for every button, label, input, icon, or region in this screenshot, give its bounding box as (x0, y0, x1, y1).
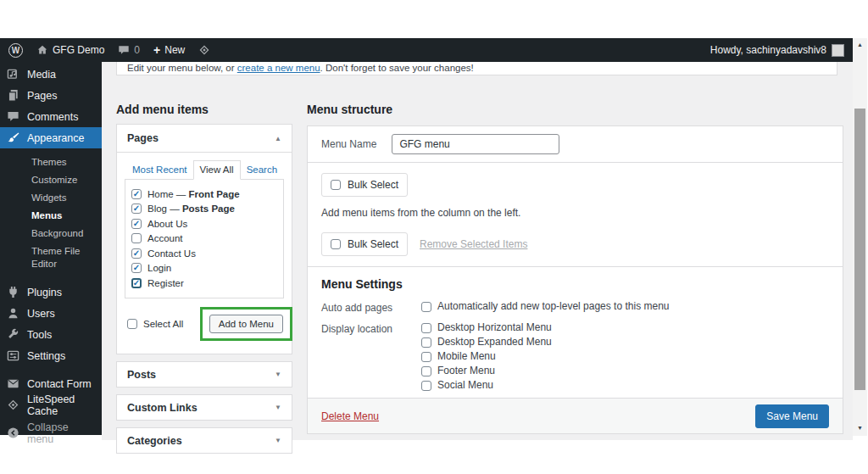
checkbox[interactable] (421, 352, 431, 362)
save-menu-button[interactable]: Save Menu (755, 404, 829, 428)
scroll-down-icon[interactable]: ▼ (853, 425, 867, 431)
checkbox[interactable]: ✓ (131, 189, 142, 199)
posts-accordion-header[interactable]: Posts ▼ (116, 361, 292, 388)
submenu-item-themes[interactable]: Themes (0, 153, 102, 171)
location-desktop-horizontal[interactable]: Desktop Horizontal Menu (421, 322, 552, 333)
sidebar-item-users[interactable]: Users (0, 303, 102, 324)
page-item-account[interactable]: Account (131, 231, 277, 247)
checkbox[interactable] (421, 381, 431, 391)
page-state: Front Page (189, 189, 240, 199)
page-item-home[interactable]: ✓ Home — Front Page (131, 187, 277, 202)
sidebar-item-plugins[interactable]: Plugins (0, 282, 102, 303)
checkbox[interactable]: ✓ (131, 248, 142, 259)
wordpress-menu-button[interactable]: W (8, 43, 23, 58)
categories-accordion-header[interactable]: Categories ▼ (116, 427, 292, 454)
check-icon: ✓ (133, 249, 140, 258)
sidebar-item-comments[interactable]: Comments (0, 106, 102, 127)
litespeed-diamond-icon (198, 44, 210, 56)
collapse-arrow-icon[interactable]: ▲ (275, 135, 281, 142)
bulk-select-toggle[interactable]: Bulk Select (321, 173, 408, 197)
add-menu-items-column: Pages ▲ Most Recent View All Search ✓ Ho… (116, 124, 292, 454)
remove-selected-items-link[interactable]: Remove Selected Items (420, 238, 527, 250)
posts-panel-title: Posts (127, 369, 156, 381)
bulk-select-toggle[interactable]: Bulk Select (321, 232, 408, 256)
tab-search[interactable]: Search (241, 161, 283, 179)
checkbox[interactable] (331, 239, 341, 249)
location-footer-menu[interactable]: Footer Menu (421, 365, 552, 376)
display-location-row: Display location Desktop Horizontal Menu… (321, 322, 829, 394)
pages-accordion-header[interactable]: Pages ▲ (117, 125, 292, 153)
checkbox[interactable] (131, 233, 142, 243)
bulk-select-row-top: Bulk Select (321, 173, 829, 197)
users-icon (7, 307, 19, 320)
menu-structure-footer: Delete Menu Save Menu (308, 398, 843, 433)
page-item-login[interactable]: ✓ Login (131, 261, 277, 276)
scrollbar-thumb[interactable] (854, 109, 865, 390)
site-name-link[interactable]: GFG Demo (36, 44, 104, 56)
new-content-button[interactable]: + New (153, 44, 185, 56)
page-item-contact-us[interactable]: ✓ Contact Us (131, 246, 277, 261)
submenu-item-theme-file-editor[interactable]: Theme File Editor (0, 243, 102, 273)
avatar[interactable] (832, 44, 844, 57)
sidebar-item-label: Plugins (27, 287, 62, 298)
checkbox[interactable] (421, 366, 431, 376)
checkbox[interactable]: ✓ (131, 263, 142, 273)
comments-count: 0 (134, 44, 140, 56)
checkbox[interactable] (331, 180, 341, 190)
litespeed-admin-bar-button[interactable] (198, 44, 210, 56)
create-new-menu-link[interactable]: create a new menu (237, 63, 320, 73)
location-social-menu[interactable]: Social Menu (421, 380, 552, 391)
expand-arrow-icon[interactable]: ▼ (275, 371, 281, 378)
sidebar-item-pages[interactable]: Pages (0, 85, 102, 106)
comments-admin-bar-link[interactable]: 0 (118, 44, 140, 56)
comment-bubble-icon (118, 44, 130, 56)
check-icon: ✓ (133, 279, 140, 287)
custom-links-accordion-header[interactable]: Custom Links ▼ (116, 394, 292, 421)
menu-name-input[interactable] (392, 134, 559, 154)
litespeed-icon (7, 399, 19, 411)
submenu-item-widgets[interactable]: Widgets (0, 189, 102, 207)
checkbox[interactable]: ✓ (131, 219, 142, 229)
sidebar-item-media[interactable]: Media (0, 64, 102, 85)
tab-most-recent[interactable]: Most Recent (126, 161, 193, 179)
sidebar-item-label: Settings (27, 350, 65, 362)
add-to-menu-button[interactable]: Add to Menu (209, 315, 283, 333)
checkbox[interactable]: ✓ (131, 278, 142, 288)
pages-icon (7, 89, 19, 102)
delete-menu-link[interactable]: Delete Menu (321, 410, 379, 422)
sidebar-item-tools[interactable]: Tools (0, 324, 102, 345)
page-state: Posts Page (182, 204, 235, 214)
submenu-item-background[interactable]: Background (0, 225, 102, 243)
bulk-select-label: Bulk Select (348, 179, 398, 191)
checkbox[interactable]: ✓ (131, 204, 142, 214)
pages-button-controls: Select All Add to Menu (125, 298, 284, 346)
checkbox[interactable] (127, 319, 137, 329)
location-desktop-expanded[interactable]: Desktop Expanded Menu (421, 337, 552, 348)
location-label: Desktop Expanded Menu (437, 337, 552, 348)
sidebar-item-litespeed-cache[interactable]: LiteSpeed Cache (0, 394, 102, 415)
auto-add-pages-option[interactable]: Automatically add new top-level pages to… (421, 301, 670, 312)
pages-checklist: ✓ Home — Front Page ✓ Blog — Posts Page … (125, 179, 284, 298)
select-all-checkbox[interactable]: Select All (127, 319, 183, 329)
sidebar-item-settings[interactable]: Settings (0, 345, 102, 366)
vertical-scrollbar[interactable]: ▲ ▼ (853, 38, 867, 436)
sidebar-item-appearance[interactable]: Appearance (0, 127, 102, 148)
submenu-item-customize[interactable]: Customize (0, 171, 102, 189)
sidebar-item-contact-form[interactable]: Contact Form (0, 373, 102, 394)
expand-arrow-icon[interactable]: ▼ (275, 437, 281, 444)
checkbox[interactable] (421, 337, 431, 348)
collapse-menu-button[interactable]: Collapse menu (0, 422, 102, 443)
page-item-blog[interactable]: ✓ Blog — Posts Page (131, 202, 277, 217)
page-item-about-us[interactable]: ✓ About Us (131, 216, 277, 231)
wordpress-admin-screen: W GFG Demo 0 + New Howdy, sachinyadavshi… (0, 0, 868, 474)
empty-menu-tip: Add menu items from the column on the le… (321, 207, 829, 219)
location-mobile-menu[interactable]: Mobile Menu (421, 351, 552, 362)
expand-arrow-icon[interactable]: ▼ (275, 404, 281, 411)
tab-view-all[interactable]: View All (193, 160, 241, 180)
checkbox[interactable] (421, 323, 431, 333)
scroll-up-icon[interactable]: ▲ (853, 42, 867, 47)
howdy-account-link[interactable]: Howdy, sachinyadavshiv8 (710, 44, 826, 56)
submenu-item-menus[interactable]: Menus (0, 207, 102, 225)
page-item-register[interactable]: ✓ Register (131, 276, 277, 291)
checkbox[interactable] (421, 302, 431, 312)
